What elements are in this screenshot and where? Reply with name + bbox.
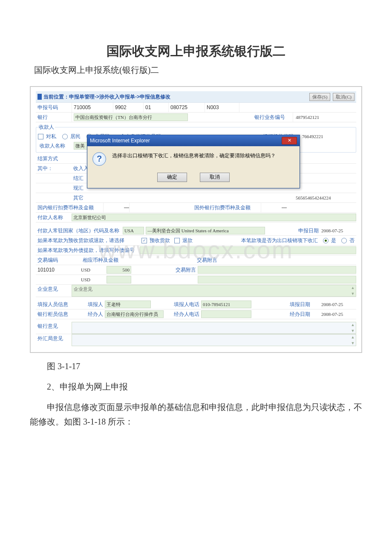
tx-note-input[interactable] <box>198 266 356 274</box>
tx-note2-input[interactable] <box>198 276 356 283</box>
safe-opinion-label: 外汇局意见 <box>36 334 72 343</box>
settle-other-input[interactable] <box>295 194 356 201</box>
adv-refund-label: 退款 <box>181 236 194 245</box>
teller-row-label: 银行柜员信息 <box>36 310 78 319</box>
jumin-label: 居民 <box>69 132 82 141</box>
teller-person-label: 经办人 <box>78 310 105 319</box>
decl-no-row: 申报号码 710005 9902 01 080725 N003 <box>36 103 356 113</box>
bank-bizno-label: 银行业务编号 <box>253 113 293 122</box>
cancel-button[interactable]: 取消(C) <box>333 93 355 101</box>
ent-opinion-placeholder: 企业意见 <box>72 285 94 293</box>
extdebt-input[interactable] <box>140 246 356 254</box>
decl-date-label: 申报日期 <box>297 226 320 235</box>
filler-person-label: 填报人 <box>78 300 105 309</box>
jumin-radio[interactable] <box>62 134 68 139</box>
breadcrumb-icon <box>37 94 42 100</box>
tx-ccy2[interactable] <box>80 276 103 283</box>
export-label: 本笔款项是否为出口核销项下收汇 <box>239 236 320 245</box>
teller-person[interactable] <box>105 310 164 318</box>
bank-opinion-label: 银行意见 <box>36 322 72 331</box>
app-screenshot: www.bdocx.com 当前位置：申报单管理->涉外收入申报单->申报信息修… <box>30 86 362 353</box>
adv-refund-checkbox[interactable] <box>174 238 180 243</box>
extdebt-label: 如果本笔款项为外债提款，请填写外债编号 <box>36 246 140 255</box>
payer-label: 付款人名称 <box>36 213 72 222</box>
settle-r4: 其它 <box>72 194 85 202</box>
breadcrumb: 当前位置：申报单管理->涉外收入申报单->申报信息修改 <box>43 93 307 101</box>
export-yes-label: 是 <box>329 236 338 245</box>
settle-r3: 现汇 <box>72 184 85 193</box>
ctry-code-input[interactable] <box>123 227 144 234</box>
ctry-desc-input[interactable] <box>146 227 265 234</box>
doc-subtitle: 国际收支网上申报系统(银行版)二 <box>34 64 362 76</box>
decl-no-p3: 01 <box>143 103 168 112</box>
dialog-titlebar: Microsoft Internet Explorer ✕ <box>87 135 300 146</box>
duisi-label: 对私 <box>44 132 58 141</box>
payer-input[interactable] <box>72 214 356 221</box>
tx-amt[interactable] <box>107 266 131 274</box>
scroll-arrows-icon: ▲▼ <box>350 323 355 333</box>
tx-amt2[interactable] <box>107 276 131 283</box>
scroll-arrows-icon: ▲▼ <box>350 286 355 296</box>
save-button[interactable]: 保存(S) <box>309 93 330 101</box>
tx-ccy[interactable] <box>80 266 103 273</box>
figure-caption: 图 3-1-17 <box>30 359 362 373</box>
filler-person[interactable] <box>105 301 151 308</box>
filler-row-label: 填报人员信息 <box>36 300 78 309</box>
tx-ccy-label: 相应币种及金额 <box>81 256 144 265</box>
filler-phone-label: 填报人电话 <box>172 300 201 309</box>
for-fee-label: 国外银行扣费币种及金额 <box>193 203 261 212</box>
dom-fee-label: 国内银行扣费币种及金额 <box>36 203 103 212</box>
dialog-message: 选择非出口核销项下收汇，核销信息将被清除，确定要清除核销信息吗？ <box>112 152 276 159</box>
filler-phone[interactable] <box>201 301 251 308</box>
bank-opinion-textarea[interactable]: ▲▼ <box>72 322 356 334</box>
export-no-label: 否 <box>348 236 356 245</box>
bank-label: 银行 <box>36 113 72 122</box>
confirm-dialog: Microsoft Internet Explorer ✕ ? 选择非出口核销项… <box>87 135 300 188</box>
adv-prepay-label: 预收货款 <box>148 236 172 245</box>
tx-note-label: 交易附言 <box>195 256 219 265</box>
bank-row: 银行 银行业务编号 <box>36 113 356 122</box>
duisi-checkbox[interactable] <box>38 134 43 139</box>
dialog-cancel-button[interactable]: 取消 <box>200 173 230 182</box>
tx-note2-label: 交易附言 <box>174 266 198 275</box>
decl-date-input[interactable] <box>320 227 356 234</box>
point-2: 2、申报单为网上申报 <box>30 379 362 394</box>
doc-title: 国际收支网上申报系统银行版二 <box>30 43 362 60</box>
payee-legend: 收款人 <box>38 124 55 131</box>
filler-date[interactable] <box>320 301 356 308</box>
scroll-arrows-icon: ▲▼ <box>350 335 355 345</box>
ctry-label: 付款人常驻国家（地区）代码及名称 <box>36 226 123 235</box>
filler-date-label: 填报日期 <box>288 300 312 309</box>
settle-label: 结算方式 <box>36 154 72 163</box>
close-icon[interactable]: ✕ <box>282 137 297 145</box>
safe-opinion-textarea[interactable]: ▲▼ <box>72 334 356 346</box>
adv-label: 如果本笔款为预收货款或退款，请选择 <box>36 236 129 245</box>
tx-code-label: 交易编码 <box>36 256 81 265</box>
decl-no-label: 申报号码 <box>36 103 72 112</box>
teller-date[interactable] <box>320 311 356 318</box>
ent-opinion-label: 企业意见 <box>36 285 72 294</box>
decl-no-p4: 080725 <box>168 103 205 112</box>
decl-no-p1: 710005 <box>72 103 113 112</box>
teller-phone-label: 经办人电话 <box>172 310 201 319</box>
decl-no-p5: N003 <box>205 103 239 112</box>
adv-prepay-checkbox[interactable] <box>141 238 147 243</box>
paragraph: 申报信息修改页面显示申报单的基础信息和申报信息，此时申报信息为只读状态，不能修改… <box>30 400 362 429</box>
breadcrumb-bar: 当前位置：申报单管理->涉外收入申报单->申报信息修改 保存(S) 取消(C) <box>36 91 356 103</box>
settle-r2: 结汇 <box>72 174 85 183</box>
question-icon: ? <box>92 152 106 166</box>
bank-bizno-input[interactable] <box>295 114 348 121</box>
settle-sub: 其中： <box>36 164 72 173</box>
teller-date-label: 经办日期 <box>288 310 312 319</box>
ent-opinion-textarea[interactable]: 企业意见 ▲▼ <box>72 285 356 297</box>
dialog-ok-button[interactable]: 确定 <box>157 173 187 182</box>
decl-no-p2: 9902 <box>113 103 143 112</box>
orgcode-input[interactable] <box>301 133 354 140</box>
bank-name-input[interactable] <box>74 113 188 121</box>
teller-phone[interactable] <box>201 310 251 318</box>
export-yes-radio[interactable] <box>323 238 329 243</box>
tx-code: 101010 <box>36 265 80 275</box>
export-no-radio[interactable] <box>341 238 347 243</box>
dialog-title: Microsoft Internet Explorer <box>90 138 150 144</box>
payee-name-label: 收款人名称 <box>38 142 74 150</box>
